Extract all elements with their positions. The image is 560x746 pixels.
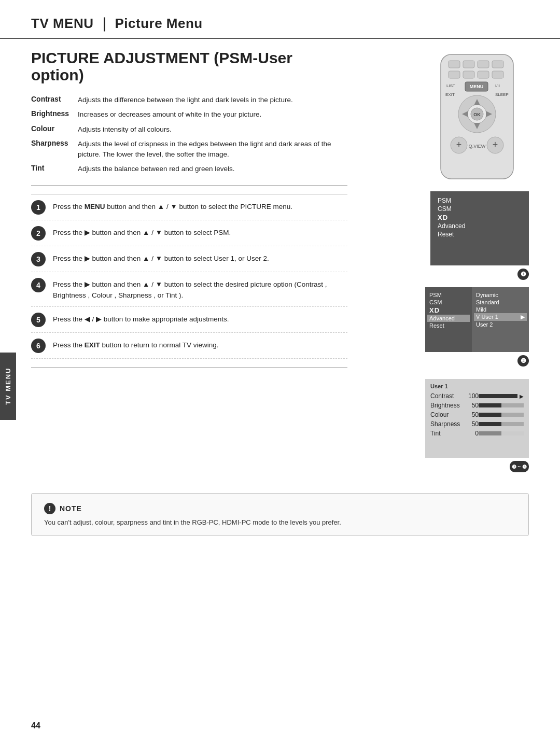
term-brightness: Brightness Increases or decreases amount…: [31, 109, 347, 120]
user-label-tint: Tint: [430, 430, 464, 437]
svg-rect-2: [463, 61, 474, 68]
svg-rect-3: [478, 61, 489, 68]
psm-row-reset: Reset: [438, 230, 522, 238]
term-label-colour: Colour: [31, 124, 78, 133]
page-title: PICTURE ADJUSTMENT (PSM-User option): [31, 49, 347, 83]
psm-row-advanced: Advanced: [438, 222, 522, 230]
user-bar-fill-contrast: [479, 394, 517, 398]
user-menu-brightness: Brightness 50: [430, 402, 524, 409]
user-menu-colour: Colour 50: [430, 411, 524, 418]
term-desc-colour: Adjusts intensity of all colours.: [78, 124, 347, 135]
user-bar-fill-sharpness: [479, 422, 501, 426]
left-column: PICTURE ADJUSTMENT (PSM-User option) Con…: [31, 49, 347, 472]
step-num-2: 2: [31, 226, 46, 241]
header-separator: ｜: [97, 16, 115, 31]
svg-rect-4: [492, 61, 503, 68]
svg-rect-8: [492, 71, 503, 78]
psm-row-psm: PSM: [438, 196, 522, 205]
term-desc-contrast: Adjusts the difference between the light…: [78, 95, 347, 105]
step-marker-1: ❶: [517, 269, 529, 280]
user-label-colour: Colour: [430, 411, 464, 418]
svg-rect-5: [449, 71, 460, 78]
psm-right-user1: V User 1▶: [474, 313, 527, 321]
user-label-contrast: Contrast: [430, 392, 464, 400]
note-icon: !: [44, 503, 55, 514]
user-value-sharpness: 50: [464, 420, 479, 428]
term-colour: Colour Adjusts intensity of all colours.: [31, 124, 347, 135]
step-num-5: 5: [31, 313, 46, 327]
steps-list: 1 Press the MENU button and then ▲ / ▼ b…: [31, 194, 347, 359]
note-text: You can't adjust, colour, sparpness and …: [44, 518, 516, 526]
user-value-brightness: 50: [464, 402, 479, 409]
step-3: 3 Press the ▶ button and then ▲ / ▼ butt…: [31, 246, 347, 272]
term-label-brightness: Brightness: [31, 109, 78, 118]
step-marker-2: ❷: [517, 355, 529, 367]
step-num-1: 1: [31, 200, 46, 215]
term-list: Contrast Adjusts the difference between …: [31, 95, 347, 175]
user-menu-contrast: Contrast 100 ▶: [430, 392, 524, 400]
user-menu: User 1 Contrast 100 ▶ Brightness 50: [425, 379, 529, 458]
svg-rect-7: [478, 71, 489, 78]
step-num-6: 6: [31, 339, 46, 353]
psm-row-xd: XD: [438, 213, 522, 222]
svg-text:OK: OK: [473, 112, 481, 117]
step-num-4: 4: [31, 278, 46, 292]
step-4: 4 Press the ▶ button and then ▲ / ▼ butt…: [31, 272, 347, 307]
user-value-colour: 50: [464, 411, 479, 418]
svg-text:+: +: [456, 139, 462, 150]
term-contrast: Contrast Adjusts the difference between …: [31, 95, 347, 105]
term-tint: Tint Adjusts the balance between red and…: [31, 164, 347, 174]
user-label-brightness: Brightness: [430, 402, 464, 409]
user-bar-sharpness: [479, 422, 524, 426]
page-number: 44: [31, 721, 40, 730]
step-text-4: Press the ▶ button and then ▲ / ▼ button…: [53, 277, 347, 301]
divider-top: [31, 185, 347, 186]
psm-row-csm: CSM: [438, 205, 522, 213]
contrast-arrow: ▶: [520, 393, 524, 399]
term-label-tint: Tint: [31, 164, 78, 172]
psm-menu-right: Dynamic Standard Mild V User 1▶ User 2: [472, 287, 529, 352]
term-label-sharpness: Sharpness: [31, 139, 78, 147]
svg-text:LIST: LIST: [446, 83, 455, 88]
svg-text:+: +: [493, 139, 498, 150]
note-header: ! NOTE: [44, 503, 516, 514]
svg-text:EXIT: EXIT: [445, 92, 455, 97]
note-title: NOTE: [60, 504, 82, 513]
user-bar-fill-brightness: [479, 403, 501, 407]
svg-rect-6: [463, 71, 474, 78]
user-bar-colour: [479, 413, 524, 417]
step-5: 5 Press the ◀ / ▶ button to make appropr…: [31, 307, 347, 333]
user-bar-tint: [479, 431, 524, 435]
note-box: ! NOTE You can't adjust, colour, sparpne…: [31, 493, 529, 536]
user-value-contrast: 100: [464, 392, 479, 400]
user-bar-contrast: [479, 394, 517, 398]
psm-left-reset: Reset: [429, 322, 468, 329]
header-section: Picture Menu: [115, 16, 202, 31]
psm-right-dynamic: Dynamic: [476, 291, 525, 299]
term-desc-tint: Adjusts the balance between red and gree…: [78, 164, 347, 174]
page-header: TV MENU ｜ Picture Menu: [0, 0, 560, 39]
psm-left-xd: XD: [429, 306, 468, 315]
header-brand: TV MENU: [31, 16, 94, 31]
step-text-2: Press the ▶ button and then ▲ / ▼ button…: [53, 226, 231, 238]
psm-left-psm: PSM: [429, 291, 468, 299]
step-2: 2 Press the ▶ button and then ▲ / ▼ butt…: [31, 220, 347, 246]
user-menu-tint: Tint 0: [430, 430, 524, 437]
psm-left-csm: CSM: [429, 299, 468, 306]
user-bar-brightness: [479, 403, 524, 407]
psm-left-advanced: Advanced: [427, 315, 470, 322]
step-1: 1 Press the MENU button and then ▲ / ▼ b…: [31, 194, 347, 220]
right-column: LIST MENU I/II EXIT SLEEP: [363, 49, 529, 472]
term-sharpness: Sharpness Adjusts the level of crispness…: [31, 139, 347, 160]
user-bar-fill-colour: [479, 413, 501, 417]
psm-menu-screen-1: PSM CSM XD Advanced Reset: [430, 191, 529, 265]
svg-text:I/II: I/II: [495, 83, 500, 88]
psm-menu-screen-2: PSM CSM XD Advanced Reset Dynamic Standa…: [425, 287, 529, 352]
svg-text:SLEEP: SLEEP: [495, 92, 509, 97]
psm-right-standard: Standard: [476, 299, 525, 306]
step-text-5: Press the ◀ / ▶ button to make appropria…: [53, 312, 229, 325]
psm-menu-left: PSM CSM XD Advanced Reset: [425, 287, 472, 352]
user-menu-sharpness: Sharpness 50: [430, 420, 524, 428]
svg-text:Q.VIEW: Q.VIEW: [469, 144, 486, 149]
term-label-contrast: Contrast: [31, 95, 78, 103]
